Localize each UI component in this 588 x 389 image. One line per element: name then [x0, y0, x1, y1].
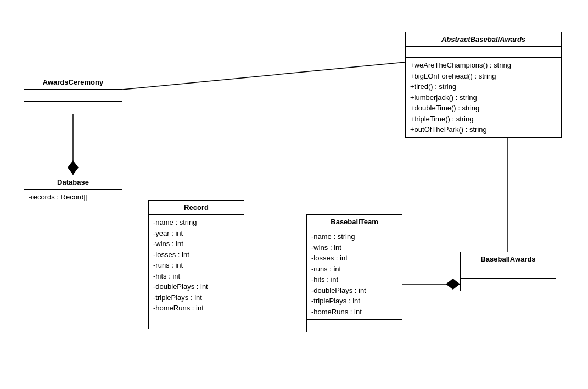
abstract-baseball-awards-section-1 [406, 47, 561, 58]
abstract-baseball-awards-box: AbstractBaseballAwards +weAreTheChampion… [405, 32, 562, 138]
svg-line-0 [122, 62, 405, 90]
database-section-2 [24, 205, 122, 218]
baseball-team-box: BaseballTeam -name : string -wins : int … [306, 214, 402, 332]
baseball-awards-section-2 [461, 279, 556, 291]
awards-ceremony-section-2 [24, 102, 122, 114]
record-box: Record -name : string -year : int -wins … [148, 200, 244, 329]
baseball-team-section-2 [307, 320, 402, 332]
baseball-awards-section-1 [461, 266, 556, 279]
awards-ceremony-title: AwardsCeremony [24, 75, 122, 90]
awards-ceremony-section-1 [24, 90, 122, 102]
abstract-baseball-awards-title: AbstractBaseballAwards [406, 32, 561, 47]
abstract-baseball-awards-section-2: +weAreTheChampions() : string +bigLOnFor… [406, 58, 561, 137]
svg-marker-4 [446, 279, 460, 290]
awards-ceremony-box: AwardsCeremony [24, 75, 122, 114]
database-box: Database -records : Record[] [24, 175, 122, 218]
database-title: Database [24, 175, 122, 190]
diagram: AbstractBaseballAwards +weAreTheChampion… [0, 0, 588, 389]
baseball-awards-box: BaseballAwards [460, 252, 556, 291]
record-section-1: -name : string -year : int -wins : int -… [149, 215, 244, 316]
svg-marker-2 [68, 160, 79, 175]
database-section-1: -records : Record[] [24, 190, 122, 205]
record-title: Record [149, 201, 244, 215]
baseball-team-section-1: -name : string -wins : int -losses : int… [307, 229, 402, 320]
record-section-2 [149, 316, 244, 329]
baseball-awards-title: BaseballAwards [461, 252, 556, 266]
baseball-team-title: BaseballTeam [307, 215, 402, 229]
